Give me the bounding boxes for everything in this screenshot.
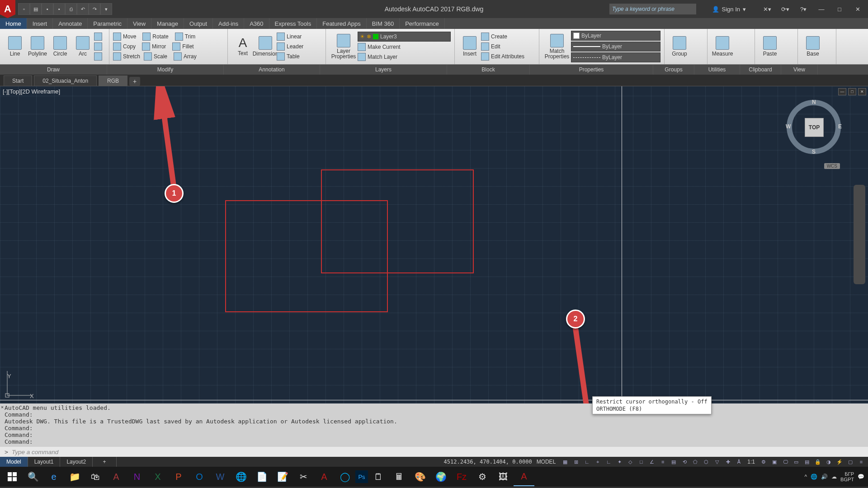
trim-icon[interactable] <box>175 33 183 41</box>
cmd-close-icon[interactable]: ✕ <box>1 404 7 410</box>
qat-saveas-icon[interactable]: ▪ <box>53 3 65 15</box>
panel-name-draw[interactable]: Draw <box>0 65 107 75</box>
tb-edge-icon[interactable]: e <box>43 468 64 486</box>
tray-network-icon[interactable]: 🌐 <box>811 474 817 480</box>
dimension-button[interactable]: Dimension <box>254 36 277 57</box>
tb-globe-icon[interactable]: 🌍 <box>430 468 451 486</box>
navigation-bar[interactable] <box>854 185 865 284</box>
dyn-ucs-icon[interactable]: ⬡ <box>701 458 711 466</box>
cycle-icon[interactable]: ⟲ <box>679 458 689 466</box>
add-layout-button[interactable]: + <box>93 457 117 467</box>
tb-access-icon[interactable]: A <box>106 468 127 486</box>
edit-block-icon[interactable] <box>481 42 489 51</box>
tb-pictures-icon[interactable]: 🖼 <box>493 468 514 486</box>
qat-more-icon[interactable]: ▾ <box>100 3 112 15</box>
leader-icon[interactable] <box>277 42 285 51</box>
tray-notifications-icon[interactable]: 💬 <box>858 474 864 480</box>
panel-name-layers[interactable]: Layers <box>320 65 447 75</box>
qat-open-icon[interactable]: ▤ <box>30 3 42 15</box>
text-button[interactable]: AText <box>231 37 254 56</box>
qat-plot-icon[interactable]: ⎙ <box>65 3 77 15</box>
polyline-button[interactable]: Polyline <box>26 36 49 57</box>
tb-paint-icon[interactable]: 🎨 <box>410 468 430 486</box>
isolate-icon[interactable]: ◑ <box>824 458 834 466</box>
tray-chevron-icon[interactable]: ^ <box>804 474 807 480</box>
dyn-toggle-icon[interactable]: + <box>593 458 603 466</box>
tab-featured[interactable]: Featured Apps <box>317 18 367 29</box>
maximize-button[interactable]: □ <box>832 4 847 14</box>
polar-toggle-icon[interactable]: ✦ <box>614 458 624 466</box>
panel-name-groups[interactable]: Groups <box>653 65 694 75</box>
infer-toggle-icon[interactable]: ∟ <box>582 458 592 466</box>
create-block-icon[interactable] <box>481 33 489 41</box>
edit-attr-icon[interactable] <box>481 52 489 61</box>
qat-redo-icon[interactable]: ↷ <box>89 3 100 15</box>
measure-button[interactable]: Measure <box>711 36 734 57</box>
vp-close-icon[interactable]: ✕ <box>858 88 866 95</box>
search-task-icon[interactable]: 🔍 <box>23 468 43 486</box>
hw-accel-icon[interactable]: ⚡ <box>835 458 844 466</box>
tb-docs-icon[interactable]: 📄 <box>251 468 272 486</box>
match-props-button[interactable]: Match Properties <box>543 34 571 59</box>
lock-ui-icon[interactable]: 🔒 <box>813 458 823 466</box>
help-search-input[interactable]: Type a keyword or phrase <box>609 4 696 14</box>
snap-toggle-icon[interactable]: ⊞ <box>571 458 581 466</box>
arc-button[interactable]: Arc <box>71 36 94 57</box>
tb-skype-icon[interactable]: ◯ <box>335 468 355 486</box>
circle-button[interactable]: Circle <box>49 36 71 57</box>
tb-autocad-running-icon[interactable]: A <box>514 467 534 486</box>
panel-name-modify[interactable]: Modify <box>107 65 224 75</box>
tb-explorer-icon[interactable]: 📁 <box>64 468 85 486</box>
tab-annotate[interactable]: Annotate <box>53 18 88 29</box>
insert-button[interactable]: Insert <box>458 36 481 57</box>
tb-calc-icon[interactable]: 🖩 <box>389 468 410 486</box>
quick-prop-icon[interactable]: ▤ <box>802 458 812 466</box>
geom-rect-2[interactable] <box>321 169 474 273</box>
tab-output[interactable]: Output <box>184 18 213 29</box>
cube-face[interactable]: TOP <box>805 118 824 137</box>
otrack-toggle-icon[interactable]: ∠ <box>647 458 657 466</box>
transparency-icon[interactable]: ▤ <box>669 458 679 466</box>
move-icon[interactable] <box>113 33 121 41</box>
file-tab-situacia[interactable]: 02_Situacia_Anton <box>34 75 97 86</box>
units-icon[interactable]: ▭ <box>791 458 801 466</box>
layer-props-button[interactable]: Layer Properties <box>330 34 358 59</box>
start-button[interactable] <box>2 468 23 486</box>
app-logo[interactable]: A <box>0 0 15 18</box>
tb-store-icon[interactable]: 🛍 <box>85 468 106 486</box>
tab-view[interactable]: View <box>127 18 151 29</box>
view-cube[interactable]: TOP N S E W WCS <box>787 100 841 154</box>
grid-toggle-icon[interactable]: ▦ <box>560 458 570 466</box>
file-tab-rgb[interactable]: RGB <box>99 75 127 86</box>
monitor-icon[interactable]: 🖵 <box>780 458 790 466</box>
stay-connected-icon[interactable]: ⟳▾ <box>778 4 793 14</box>
panel-name-block[interactable]: Block <box>447 65 530 75</box>
tb-sticky-icon[interactable]: 🗒 <box>368 468 389 486</box>
iso-toggle-icon[interactable]: ◇ <box>625 458 635 466</box>
base-button[interactable]: Base <box>802 36 824 57</box>
tab-express[interactable]: Express Tools <box>269 18 317 29</box>
tb-ps-icon[interactable]: Ps <box>355 470 368 483</box>
layout-tab-1[interactable]: Layout1 <box>28 457 61 467</box>
linear-icon[interactable] <box>277 33 285 41</box>
gear-icon[interactable]: ⚙ <box>759 458 769 466</box>
tb-autocad-task-icon[interactable]: A <box>314 468 335 486</box>
hatch-icon[interactable] <box>94 42 102 51</box>
line-button[interactable]: Line <box>4 36 26 57</box>
tab-parametric[interactable]: Parametric <box>88 18 127 29</box>
tb-word-icon[interactable]: W <box>210 468 231 486</box>
close-button[interactable]: ✕ <box>850 4 865 14</box>
panel-name-utilities[interactable]: Utilities <box>694 65 740 75</box>
add-tab-button[interactable]: + <box>129 77 140 86</box>
tab-performance[interactable]: Performance <box>400 18 444 29</box>
drawing-canvas[interactable]: [-][Top][2D Wireframe] — □ ✕ 1 2 Y X TOP… <box>0 86 868 404</box>
match-layer-icon[interactable] <box>358 53 366 61</box>
array-icon[interactable] <box>174 52 182 61</box>
qat-new-icon[interactable]: ▫ <box>18 3 30 15</box>
filter-icon[interactable]: ▽ <box>712 458 722 466</box>
mirror-icon[interactable] <box>142 42 150 51</box>
ws-icon[interactable]: ▣ <box>769 458 779 466</box>
layout-tab-model[interactable]: Model <box>0 457 28 467</box>
group-button[interactable]: Group <box>668 36 691 57</box>
command-input[interactable]: Type a command <box>0 447 868 457</box>
